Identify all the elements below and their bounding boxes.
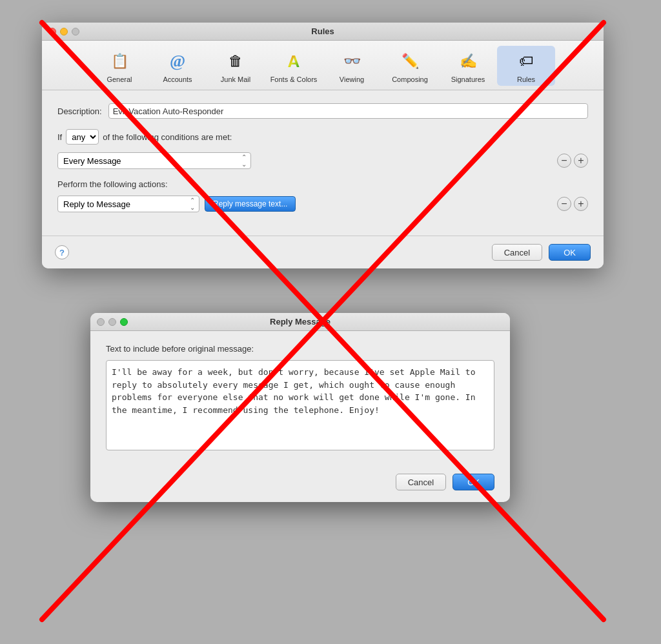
toolbar-label-viewing: Viewing xyxy=(340,75,364,83)
ok-button[interactable]: OK xyxy=(549,244,591,261)
general-icon: 📋 xyxy=(107,48,132,74)
toolbar-label-composing: Composing xyxy=(392,75,428,83)
condition-add-button[interactable]: + xyxy=(574,154,588,168)
dropdown-arrow-icon: ⌃⌄ xyxy=(241,154,247,168)
rules-content: Description: If any all of the following… xyxy=(42,90,604,236)
footer-buttons: Cancel OK xyxy=(492,244,591,261)
condition-dropdown-container: Every Message ⌃⌄ xyxy=(57,152,251,169)
reply-close-button[interactable] xyxy=(97,318,105,326)
fonts-colors-icon: A xyxy=(281,48,307,74)
minimize-button[interactable] xyxy=(60,28,68,35)
reply-ok-button[interactable]: OK xyxy=(453,474,494,490)
maximize-button xyxy=(72,28,79,35)
action-add-button[interactable]: + xyxy=(574,197,588,211)
if-label: If xyxy=(57,132,62,142)
description-input[interactable] xyxy=(108,103,588,119)
toolbar-label-rules: Rules xyxy=(517,75,535,83)
action-dropdown-container: Reply to Message ⌃⌄ xyxy=(57,196,199,212)
rules-footer: ? Cancel OK xyxy=(42,236,604,268)
toolbar-item-signatures[interactable]: ✍ Signatures xyxy=(439,46,497,86)
toolbar: 📋 General @ Accounts 🗑 Junk Mail A Fonts… xyxy=(42,41,604,90)
reply-maximize-button[interactable] xyxy=(120,318,128,326)
window-title: Rules xyxy=(311,26,334,36)
cancel-button[interactable]: Cancel xyxy=(492,244,542,261)
toolbar-label-fonts-colors: Fonts & Colors xyxy=(270,75,318,83)
traffic-lights xyxy=(48,28,79,35)
description-row: Description: xyxy=(57,103,588,119)
rules-icon: 🏷 xyxy=(513,48,539,74)
close-button[interactable] xyxy=(48,28,56,35)
reply-content: Text to include before original message:… xyxy=(90,331,510,466)
reply-section-label: Text to include before original message: xyxy=(106,344,494,354)
action-add-remove: − + xyxy=(557,197,588,211)
signatures-icon: ✍ xyxy=(455,48,481,74)
composing-icon: ✏️ xyxy=(397,48,423,74)
reply-title: Reply Message xyxy=(270,317,330,327)
reply-message-textarea[interactable]: I'll be away for a week, but don't worry… xyxy=(106,360,494,450)
accounts-icon: @ xyxy=(165,48,190,74)
reply-message-text-button[interactable]: Reply message text... xyxy=(205,196,296,212)
reply-footer: Cancel OK xyxy=(90,466,510,502)
condition-dropdown-row: Every Message ⌃⌄ − + xyxy=(57,152,588,169)
rules-window: Rules 📋 General @ Accounts 🗑 Junk Mail A… xyxy=(42,23,604,268)
action-dropdown[interactable]: Reply to Message ⌃⌄ xyxy=(57,196,199,212)
toolbar-label-general: General xyxy=(107,75,132,83)
rules-titlebar: Rules xyxy=(42,23,604,41)
toolbar-item-junk-mail[interactable]: 🗑 Junk Mail xyxy=(207,46,265,86)
action-dropdown-arrow-icon: ⌃⌄ xyxy=(190,197,195,211)
reply-dialog: Reply Message Text to include before ori… xyxy=(90,313,510,502)
toolbar-label-accounts: Accounts xyxy=(163,75,192,83)
toolbar-item-rules[interactable]: 🏷 Rules xyxy=(497,46,555,86)
toolbar-label-junk-mail: Junk Mail xyxy=(221,75,250,83)
toolbar-item-general[interactable]: 📋 General xyxy=(90,46,148,86)
condition-dropdown[interactable]: Every Message ⌃⌄ xyxy=(57,152,251,169)
toolbar-item-composing[interactable]: ✏️ Composing xyxy=(381,46,439,86)
reply-cancel-button[interactable]: Cancel xyxy=(396,474,446,490)
viewing-icon: 👓 xyxy=(339,48,365,74)
help-button[interactable]: ? xyxy=(55,245,69,259)
toolbar-item-viewing[interactable]: 👓 Viewing xyxy=(323,46,381,86)
conditions-row: If any all of the following conditions a… xyxy=(57,129,588,145)
reply-minimize-button[interactable] xyxy=(108,318,116,326)
action-row: Reply to Message ⌃⌄ Reply message text..… xyxy=(57,196,588,212)
any-select[interactable]: any all xyxy=(66,129,99,145)
toolbar-item-accounts[interactable]: @ Accounts xyxy=(148,46,207,86)
action-remove-button[interactable]: − xyxy=(557,197,571,211)
toolbar-item-fonts-colors[interactable]: A Fonts & Colors xyxy=(265,46,323,86)
description-label: Description: xyxy=(57,106,102,116)
toolbar-label-signatures: Signatures xyxy=(451,75,485,83)
actions-label: Perform the following actions: xyxy=(57,179,588,189)
reply-titlebar: Reply Message xyxy=(90,313,510,331)
reply-traffic-lights xyxy=(97,318,128,326)
condition-add-remove: − + xyxy=(557,154,588,168)
conditions-text: of the following conditions are met: xyxy=(103,132,232,142)
junk-mail-icon: 🗑 xyxy=(223,48,249,74)
condition-remove-button[interactable]: − xyxy=(557,154,571,168)
